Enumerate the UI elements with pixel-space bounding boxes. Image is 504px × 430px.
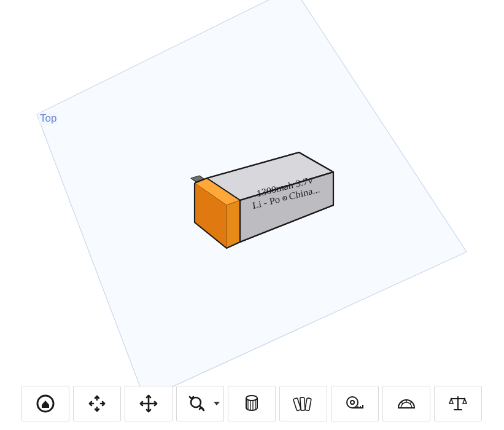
pan-icon [138,393,159,414]
section-view-button[interactable]: Section view [228,386,276,421]
measure-button[interactable]: Measure [331,386,379,421]
svg-point-19 [347,397,358,408]
recycle-dot-icon [282,195,287,201]
zoom-button[interactable]: Zoom [176,386,224,421]
svg-point-20 [351,401,354,404]
protractor-button[interactable]: Protractor [382,386,430,421]
fit-icon [87,393,107,414]
viewport[interactable]: Top 1300mah 3.7v Li - Po China... [0,0,504,381]
mass-properties-button[interactable]: Mass properties [434,386,482,421]
chevron-down-icon [214,402,220,405]
svg-marker-4 [227,200,240,248]
section-icon [241,393,262,414]
scale-icon [448,393,468,414]
plane-label-top: Top [39,112,58,125]
svg-rect-18 [305,398,311,411]
home-icon [35,393,56,414]
zoom-icon [187,393,207,414]
protractor-icon [396,393,417,414]
home-view-button[interactable]: Home view [21,386,69,421]
tape-icon [344,393,365,414]
svg-rect-17 [300,397,305,410]
appearance-button[interactable]: Appearance [279,386,327,421]
swatch-icon [293,393,314,414]
view-toolbar: Home view Fit Pan Zoom [21,386,482,424]
pan-button[interactable]: Pan [125,386,173,421]
fit-button[interactable]: Fit [73,386,121,421]
